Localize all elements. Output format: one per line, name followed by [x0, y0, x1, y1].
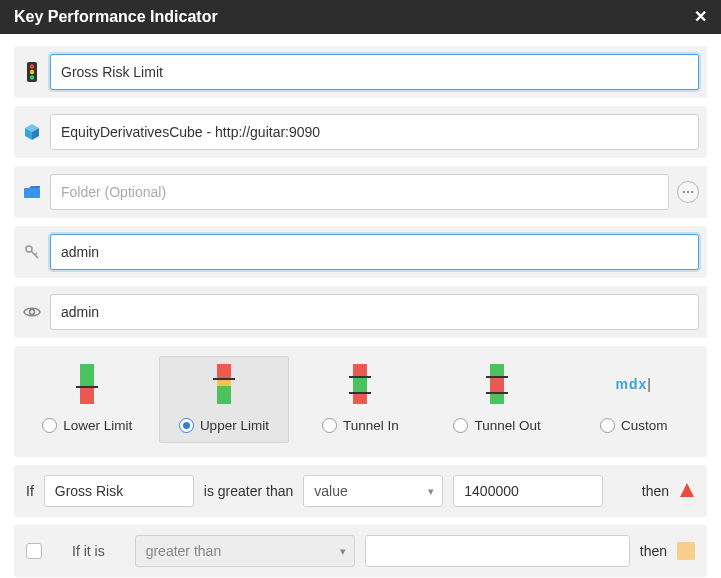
radio-lower[interactable] [42, 418, 57, 433]
enable-secondary-checkbox[interactable] [26, 543, 42, 559]
chevron-down-icon: ▾ [340, 545, 346, 558]
owner-input[interactable] [50, 234, 699, 270]
dialog-titlebar: Key Performance Indicator ✕ [0, 0, 721, 34]
tunnel-in-icon [340, 364, 380, 404]
eye-icon [22, 306, 42, 318]
cube-icon [22, 123, 42, 141]
svg-point-8 [26, 246, 32, 252]
measure-input[interactable] [44, 475, 194, 507]
key-icon [22, 244, 42, 260]
viewer-input[interactable] [50, 294, 699, 330]
type-label: Tunnel Out [474, 418, 540, 433]
name-input[interactable] [50, 54, 699, 90]
folder-icon [22, 185, 42, 199]
then-label: then [642, 483, 669, 499]
folder-browse-button[interactable]: ⋯ [677, 181, 699, 203]
viewer-row [14, 286, 707, 338]
chevron-down-icon: ▾ [428, 485, 434, 498]
svg-point-3 [30, 75, 34, 79]
cube-input[interactable] [50, 114, 699, 150]
radio-custom[interactable] [600, 418, 615, 433]
condition-primary: If is greater than value ▾ then [14, 465, 707, 517]
type-lower-limit[interactable]: Lower Limit [22, 356, 153, 443]
type-upper-limit[interactable]: Upper Limit [159, 356, 290, 443]
radio-tunnel-in[interactable] [322, 418, 337, 433]
svg-point-9 [30, 310, 35, 315]
svg-rect-7 [24, 188, 40, 198]
then-label: then [640, 543, 667, 559]
tunnel-out-icon [477, 364, 517, 404]
upper-limit-icon [204, 364, 244, 404]
secondary-operator-select[interactable]: greater than ▾ [135, 535, 355, 567]
condition-secondary: If it is greater than ▾ then [14, 525, 707, 577]
svg-point-1 [30, 64, 34, 68]
type-label: Custom [621, 418, 668, 433]
compare-value-input[interactable] [453, 475, 603, 507]
svg-marker-10 [680, 483, 694, 497]
type-custom[interactable]: mdx| Custom [568, 356, 699, 443]
folder-row: ⋯ [14, 166, 707, 218]
custom-mdx-icon: mdx| [614, 364, 654, 404]
kpi-type-selector: Lower Limit Upper Limit [14, 346, 707, 457]
if-label: If [26, 483, 34, 499]
if-it-is-label: If it is [72, 543, 105, 559]
radio-tunnel-out[interactable] [453, 418, 468, 433]
compare-type-select[interactable]: value ▾ [303, 475, 443, 507]
close-icon[interactable]: ✕ [694, 9, 707, 25]
type-tunnel-in[interactable]: Tunnel In [295, 356, 426, 443]
folder-input[interactable] [50, 174, 669, 210]
result-indicator[interactable] [679, 482, 695, 501]
type-tunnel-out[interactable]: Tunnel Out [432, 356, 563, 443]
lower-limit-icon [67, 364, 107, 404]
operator-text: is greater than [204, 483, 294, 499]
name-row [14, 46, 707, 98]
svg-point-2 [30, 70, 34, 74]
type-label: Upper Limit [200, 418, 269, 433]
radio-upper[interactable] [179, 418, 194, 433]
type-label: Lower Limit [63, 418, 132, 433]
owner-row [14, 226, 707, 278]
dialog-title: Key Performance Indicator [14, 8, 218, 26]
traffic-light-icon [22, 62, 42, 82]
secondary-value-input[interactable] [365, 535, 630, 567]
secondary-result-swatch[interactable] [677, 542, 695, 560]
type-label: Tunnel In [343, 418, 399, 433]
cube-row [14, 106, 707, 158]
